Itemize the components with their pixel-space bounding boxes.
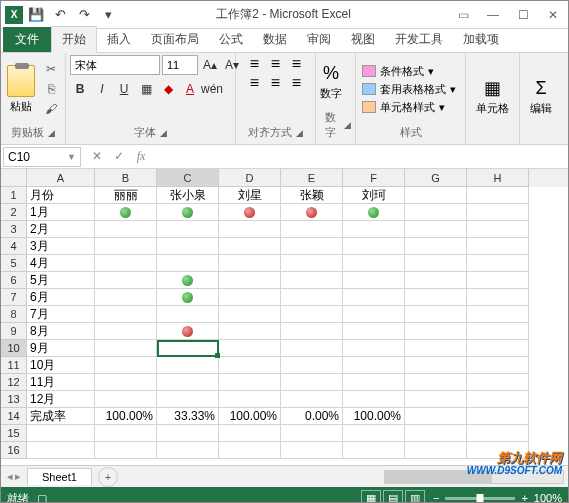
col-header-G[interactable]: G bbox=[405, 169, 467, 187]
cell-D4[interactable] bbox=[219, 238, 281, 255]
cell-H10[interactable] bbox=[467, 340, 529, 357]
cell-D2[interactable] bbox=[219, 204, 281, 221]
qat-customize-icon[interactable]: ▾ bbox=[97, 4, 119, 26]
redo-icon[interactable]: ↷ bbox=[73, 4, 95, 26]
paste-button[interactable]: 粘贴 bbox=[5, 63, 37, 116]
sheet-nav-last-icon[interactable]: ▸ bbox=[15, 470, 21, 483]
row-header-13[interactable]: 13 bbox=[1, 391, 27, 408]
cell-A9[interactable]: 8月 bbox=[27, 323, 95, 340]
cell-B11[interactable] bbox=[95, 357, 157, 374]
cancel-formula-icon[interactable]: ✕ bbox=[87, 149, 107, 164]
cell-G5[interactable] bbox=[405, 255, 467, 272]
cell-G12[interactable] bbox=[405, 374, 467, 391]
cell-H6[interactable] bbox=[467, 272, 529, 289]
row-header-11[interactable]: 11 bbox=[1, 357, 27, 374]
cell-A4[interactable]: 3月 bbox=[27, 238, 95, 255]
cell-E9[interactable] bbox=[281, 323, 343, 340]
cell-G8[interactable] bbox=[405, 306, 467, 323]
cell-F5[interactable] bbox=[343, 255, 405, 272]
phonetic-button[interactable]: wén bbox=[202, 79, 222, 99]
cell-C8[interactable] bbox=[157, 306, 219, 323]
cell-F16[interactable] bbox=[343, 442, 405, 459]
tab-addins[interactable]: 加载项 bbox=[453, 27, 509, 52]
number-format-button[interactable]: % 数字 bbox=[320, 63, 342, 101]
cell-E4[interactable] bbox=[281, 238, 343, 255]
row-header-12[interactable]: 12 bbox=[1, 374, 27, 391]
cell-B15[interactable] bbox=[95, 425, 157, 442]
cell-F6[interactable] bbox=[343, 272, 405, 289]
cell-H14[interactable] bbox=[467, 408, 529, 425]
cut-icon[interactable]: ✂ bbox=[41, 60, 61, 78]
cell-C3[interactable] bbox=[157, 221, 219, 238]
row-header-6[interactable]: 6 bbox=[1, 272, 27, 289]
cell-G6[interactable] bbox=[405, 272, 467, 289]
tab-data[interactable]: 数据 bbox=[253, 27, 297, 52]
cell-E15[interactable] bbox=[281, 425, 343, 442]
cell-A15[interactable] bbox=[27, 425, 95, 442]
cell-A6[interactable]: 5月 bbox=[27, 272, 95, 289]
cell-C7[interactable] bbox=[157, 289, 219, 306]
cell-D8[interactable] bbox=[219, 306, 281, 323]
cell-H13[interactable] bbox=[467, 391, 529, 408]
cell-B13[interactable] bbox=[95, 391, 157, 408]
cell-F2[interactable] bbox=[343, 204, 405, 221]
close-icon[interactable]: ✕ bbox=[538, 4, 568, 26]
cell-G15[interactable] bbox=[405, 425, 467, 442]
sheet-tab[interactable]: Sheet1 bbox=[27, 468, 92, 485]
copy-icon[interactable]: ⎘ bbox=[41, 80, 61, 98]
cell-A14[interactable]: 完成率 bbox=[27, 408, 95, 425]
cell-F14[interactable]: 100.00% bbox=[343, 408, 405, 425]
cell-D11[interactable] bbox=[219, 357, 281, 374]
cell-B5[interactable] bbox=[95, 255, 157, 272]
enter-formula-icon[interactable]: ✓ bbox=[109, 149, 129, 164]
cell-C4[interactable] bbox=[157, 238, 219, 255]
cell-A8[interactable]: 7月 bbox=[27, 306, 95, 323]
worksheet-grid[interactable]: ABCDEFGH 12345678910111213141516 月份丽丽张小泉… bbox=[1, 169, 568, 465]
cell-B2[interactable] bbox=[95, 204, 157, 221]
cell-C12[interactable] bbox=[157, 374, 219, 391]
font-size-select[interactable] bbox=[162, 55, 198, 75]
cell-E13[interactable] bbox=[281, 391, 343, 408]
format-as-table-button[interactable]: 套用表格格式▾ bbox=[360, 81, 458, 98]
cell-G11[interactable] bbox=[405, 357, 467, 374]
cell-F11[interactable] bbox=[343, 357, 405, 374]
cells-area[interactable]: 月份丽丽张小泉刘星张颖刘珂1月2月3月4月5月6月7月8月9月10月11月12月… bbox=[27, 187, 568, 459]
tab-formulas[interactable]: 公式 bbox=[209, 27, 253, 52]
increase-font-icon[interactable]: A▴ bbox=[200, 55, 220, 75]
fill-color-button[interactable]: ◆ bbox=[158, 79, 178, 99]
col-header-F[interactable]: F bbox=[343, 169, 405, 187]
cell-F1[interactable]: 刘珂 bbox=[343, 187, 405, 204]
clipboard-launcher-icon[interactable]: ◢ bbox=[48, 128, 55, 138]
undo-icon[interactable]: ↶ bbox=[49, 4, 71, 26]
cell-styles-button[interactable]: 单元格样式▾ bbox=[360, 99, 458, 116]
cell-D12[interactable] bbox=[219, 374, 281, 391]
cell-H9[interactable] bbox=[467, 323, 529, 340]
fx-icon[interactable]: fx bbox=[131, 149, 151, 164]
cell-E14[interactable]: 0.00% bbox=[281, 408, 343, 425]
cell-G7[interactable] bbox=[405, 289, 467, 306]
cell-E6[interactable] bbox=[281, 272, 343, 289]
align-middle-icon[interactable]: ≡ bbox=[266, 55, 286, 73]
zoom-slider[interactable] bbox=[445, 497, 515, 500]
cell-C10[interactable] bbox=[157, 340, 219, 357]
cell-B10[interactable] bbox=[95, 340, 157, 357]
cell-C16[interactable] bbox=[157, 442, 219, 459]
col-header-H[interactable]: H bbox=[467, 169, 529, 187]
page-break-view-icon[interactable]: ▥ bbox=[405, 490, 425, 503]
cell-C14[interactable]: 33.33% bbox=[157, 408, 219, 425]
italic-button[interactable]: I bbox=[92, 79, 112, 99]
ribbon-options-icon[interactable]: ▭ bbox=[448, 4, 478, 26]
cell-C5[interactable] bbox=[157, 255, 219, 272]
cell-D14[interactable]: 100.00% bbox=[219, 408, 281, 425]
add-sheet-button[interactable]: + bbox=[98, 467, 118, 487]
cell-D9[interactable] bbox=[219, 323, 281, 340]
cell-G1[interactable] bbox=[405, 187, 467, 204]
cell-C6[interactable] bbox=[157, 272, 219, 289]
cell-D16[interactable] bbox=[219, 442, 281, 459]
cell-F12[interactable] bbox=[343, 374, 405, 391]
align-center-icon[interactable]: ≡ bbox=[266, 74, 286, 92]
tab-home[interactable]: 开始 bbox=[51, 26, 97, 53]
cell-F7[interactable] bbox=[343, 289, 405, 306]
cell-H5[interactable] bbox=[467, 255, 529, 272]
cell-A1[interactable]: 月份 bbox=[27, 187, 95, 204]
